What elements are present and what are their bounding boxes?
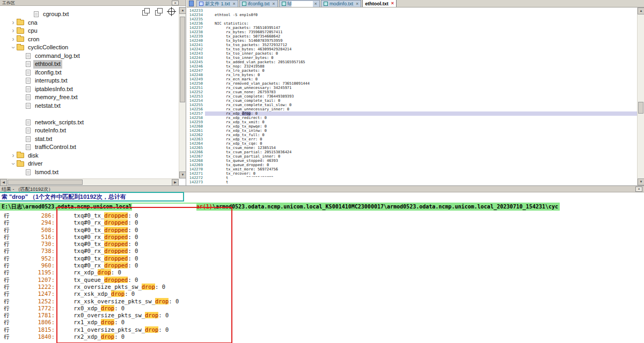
tree-item-trafficControl.txt[interactable]: trafficControl.txt (0, 143, 179, 152)
scroll-up-icon[interactable]: ▲ (638, 8, 644, 14)
matched-word: drop (145, 312, 158, 318)
tree-item-routeInfo.txt[interactable]: routeInfo.txt (0, 126, 179, 135)
folder-icon (17, 45, 24, 50)
results-title: 结果 - （匹配10192次） (2, 187, 53, 192)
matched-word: drop (101, 319, 114, 325)
tab-close-icon[interactable]: × (356, 2, 358, 6)
expand-arrow-icon[interactable]: › (10, 27, 16, 35)
tree-item-ethtool.txt[interactable]: ethtool.txt (0, 60, 179, 69)
line-number: 142239 (187, 34, 205, 39)
result-row[interactable]: 行516: txq#0_rx_dropped: 0 (0, 234, 644, 241)
expand-arrow-icon[interactable]: › (10, 19, 16, 27)
workspace-titlebar: 工作区 × (0, 0, 186, 6)
tab-fdm_output[interactable]: fdm_output× (279, 0, 320, 7)
tree-item-cpu[interactable]: ›cpu (0, 27, 179, 35)
expand-arrow-icon[interactable]: › (10, 35, 16, 44)
tree-item-ifconfig.txt[interactable]: ifconfig.txt (0, 69, 179, 77)
tree-item-command_log.txt[interactable]: command_log.txt (0, 52, 179, 61)
tree-vertical-scrollbar[interactable]: ▲ ▼ (179, 7, 186, 178)
editor-panel: 新文件 1.txt×ifconfig.txt×fdm_output×modinf… (187, 0, 644, 185)
result-row[interactable]: 行286: txq#0_tx_dropped: 0 (0, 212, 644, 219)
editor-line: 142237 rx_packets: 736510395147 (187, 26, 637, 30)
tab-close-icon[interactable]: × (272, 2, 275, 6)
tree-item-memory_free.txt[interactable]: memory_free.txt (0, 93, 179, 102)
result-row[interactable]: 行1772: rx0_xdp_drop: 0 (0, 305, 644, 312)
tab-close-icon[interactable]: × (391, 1, 394, 6)
tab-ethtool.txt[interactable]: ethtool.txt× (362, 0, 397, 7)
result-row[interactable]: 行730: txq#0_tx_dropped: 0 (0, 241, 644, 248)
result-line-number: 1815: (14, 326, 55, 333)
tree-item-iptablesInfo.txt[interactable]: iptablesInfo.txt (0, 85, 179, 94)
matched-word: dropped (104, 277, 128, 283)
tree-item-cna[interactable]: ›cna (0, 19, 179, 27)
line-number: 142245 (187, 60, 205, 64)
line-text: rx_bytes: 735960572057411 (205, 30, 637, 34)
tab-ifconfig.txt[interactable]: ifconfig.txt× (239, 0, 278, 7)
scroll-down-icon[interactable]: ▼ (638, 178, 644, 185)
line-number: 142255 (187, 103, 205, 107)
editor-line: 142270 tx_xmit_more: 569724756 (187, 167, 637, 172)
tree-item-driver[interactable]: ›driver (0, 160, 179, 168)
locate-current-file-icon[interactable] (168, 8, 175, 15)
tree-item-disk[interactable]: ›disk (0, 152, 179, 160)
result-text: txq#0_rx_dropped: 0 (60, 248, 138, 255)
tree-item-network_scripts.txt[interactable]: network_scripts.txt (0, 118, 179, 127)
file-icon (26, 144, 31, 150)
tree-scroll-thumb[interactable] (180, 17, 185, 102)
file-icon (26, 128, 31, 133)
result-row[interactable]: 行1207: tx_queue_dropped: 0 (0, 277, 644, 284)
tree-item-interrupts.txt[interactable]: interrupts.txt (0, 77, 179, 85)
tree-item-cron[interactable]: ›cron (0, 35, 179, 44)
tree-item-label: stat.txt (33, 135, 54, 144)
tree-item-netstat.txt[interactable]: netstat.txt (0, 102, 179, 110)
line-text: tx_tso_packets: 35272932712 (205, 43, 637, 47)
result-row[interactable]: 行1252: rx_xsk_oversize_pkts_sw_drop: 0 (0, 298, 644, 305)
result-row[interactable]: 行1195: rx_xdp_drop: 0 (0, 269, 644, 276)
result-row[interactable]: 行1247: rx_xsk_xdp_drop: 0 (0, 290, 644, 297)
tab-label: ifconfig.txt (248, 1, 270, 6)
tree-item-cyclicCollection[interactable]: ›cyclicCollection (0, 43, 179, 52)
cascade-windows-icon[interactable] (155, 8, 162, 15)
collapse-arrow-icon[interactable]: › (9, 44, 18, 50)
result-line-number: 1840: (14, 333, 55, 340)
collapse-arrow-icon[interactable]: › (9, 161, 18, 167)
expand-arrow-icon[interactable]: › (10, 152, 16, 160)
tab-新文件 1.txt[interactable]: 新文件 1.txt× (196, 0, 238, 7)
line-number: 142241 (187, 43, 205, 47)
result-row[interactable]: 行1781: rx0_oversize_pkts_sw_drop: 0 (0, 312, 644, 319)
result-row-label: 行 (0, 305, 14, 312)
result-file-path[interactable]: E:\日志\armod0523.odata.ncmp.unicom.locala… (0, 203, 560, 211)
result-line-number: 1222: (14, 284, 55, 290)
editor-lines[interactable]: 142233142234ethtool -S enp1s0f0142235142… (187, 8, 637, 185)
tab-close-icon[interactable]: × (314, 2, 317, 6)
line-text: tx_added_vlan_packets: 205165957165 (205, 60, 637, 64)
tree-item-stat.txt[interactable]: stat.txt (0, 135, 179, 144)
editor-vertical-scrollbar[interactable]: ▲ ▼ (637, 8, 644, 185)
tree-item-lsmod.txt[interactable]: lsmod.txt (0, 168, 179, 177)
scroll-down-icon[interactable]: ▼ (179, 172, 186, 178)
result-row[interactable]: 行738: txq#0_rx_dropped: 0 (0, 248, 644, 255)
result-row[interactable]: 行1840: rx2_xdp_drop: 0 (0, 333, 644, 340)
result-line-number: 1207: (14, 277, 55, 284)
result-row[interactable]: 行294: txq#0_rx_dropped: 0 (0, 219, 644, 226)
line-number: 142244 (187, 56, 205, 60)
tab-close-icon[interactable]: × (233, 2, 236, 6)
result-row[interactable]: 行952: txq#0_tx_dropped: 0 (0, 255, 644, 262)
result-row[interactable]: 行1815: rx1_oversize_pkts_sw_drop: 0 (0, 326, 644, 333)
editor-scroll-thumb[interactable] (638, 102, 643, 114)
result-row[interactable]: 行960: txq#0_rx_dropped: 0 (0, 262, 644, 269)
result-row[interactable]: 行1222: rx_oversize_pkts_sw_drop: 0 (0, 284, 644, 290)
scroll-up-icon[interactable]: ▲ (179, 7, 186, 14)
collapse-windows-icon[interactable] (142, 8, 149, 15)
tree-horizontal-scrollbar[interactable]: ◀ ▶ (0, 178, 179, 185)
editor-line: 142255 rx_csum_complete_tail_slow: 0 (187, 103, 637, 107)
tab-modinfo.txt[interactable]: modinfo.txt× (321, 0, 361, 7)
result-row[interactable]: 行508: txq#0_tx_dropped: 0 (0, 227, 644, 234)
close-icon[interactable]: × (635, 187, 642, 192)
result-row[interactable]: 行1806: rx1_xdp_drop: 0 (0, 319, 644, 326)
tree-hscroll-thumb[interactable] (8, 180, 83, 185)
file-icon (26, 78, 31, 84)
line-text: rx_ecn_mark: 0 (205, 77, 637, 81)
close-icon[interactable]: × (172, 1, 179, 5)
editor-line: 142240 tx_bytes: 514607839753959 (187, 39, 637, 43)
